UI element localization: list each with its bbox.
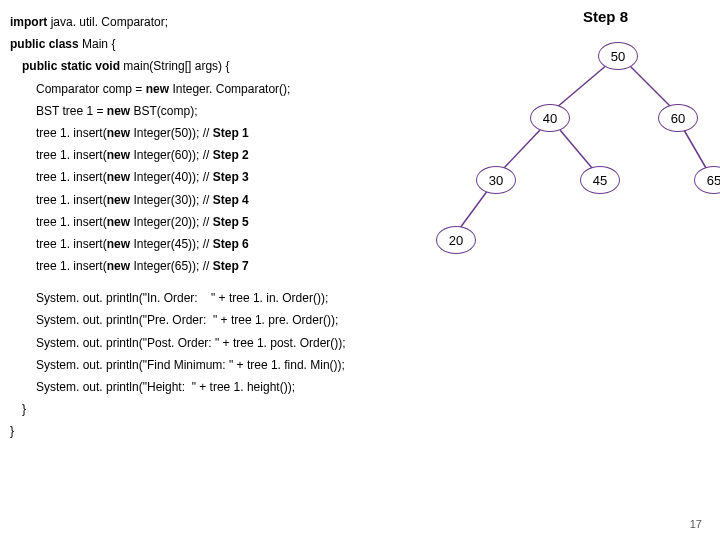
step-header: Step 8 xyxy=(583,8,628,25)
code-text: tree 1. insert( xyxy=(36,193,107,207)
comment: // Step 6 xyxy=(203,237,249,251)
keyword: new xyxy=(107,237,130,251)
code-line: System. out. println("Find Minimum: " + … xyxy=(36,357,710,373)
keyword: new xyxy=(107,170,130,184)
tree-node: 20 xyxy=(436,226,476,254)
code-text: tree 1. insert( xyxy=(36,215,107,229)
svg-line-1 xyxy=(628,64,672,108)
keyword: new xyxy=(107,259,130,273)
bst-diagram: 50 40 60 30 45 65 20 xyxy=(390,30,720,300)
code-text: main(String[] args) { xyxy=(120,59,229,73)
code-text: tree 1. insert( xyxy=(36,237,107,251)
code-text: tree 1. insert( xyxy=(36,148,107,162)
code-text: Integer(65)); xyxy=(130,259,203,273)
code-text: Integer(60)); xyxy=(130,148,203,162)
keyword: new xyxy=(107,215,130,229)
keyword: new xyxy=(107,126,130,140)
code-text: BST tree 1 = xyxy=(36,104,107,118)
code-text: tree 1. insert( xyxy=(36,259,107,273)
keyword: new xyxy=(107,104,130,118)
code-line: } xyxy=(22,401,710,417)
comment: // Step 1 xyxy=(203,126,249,140)
tree-node: 30 xyxy=(476,166,516,194)
comment: // Step 3 xyxy=(203,170,249,184)
tree-node: 60 xyxy=(658,104,698,132)
keyword: new xyxy=(146,82,169,96)
code-text: Integer. Comparator(); xyxy=(169,82,290,96)
tree-node: 50 xyxy=(598,42,638,70)
code-line: System. out. println("Height: " + tree 1… xyxy=(36,379,710,395)
step-label: Step xyxy=(583,8,616,25)
keyword: import xyxy=(10,15,47,29)
page-number: 17 xyxy=(690,518,702,530)
svg-line-3 xyxy=(560,130,592,168)
keyword: new xyxy=(107,193,130,207)
code-text: tree 1. insert( xyxy=(36,170,107,184)
code-line: System. out. println("Pre. Order: " + tr… xyxy=(36,312,710,328)
code-text: Integer(30)); xyxy=(130,193,203,207)
tree-node: 40 xyxy=(530,104,570,132)
comment: // Step 5 xyxy=(203,215,249,229)
code-text: Main { xyxy=(79,37,116,51)
tree-node: 45 xyxy=(580,166,620,194)
svg-line-4 xyxy=(684,130,706,168)
svg-line-0 xyxy=(556,64,608,108)
keyword: public class xyxy=(10,37,79,51)
comment: // Step 4 xyxy=(203,193,249,207)
svg-line-5 xyxy=(460,190,488,228)
code-text: Integer(45)); xyxy=(130,237,203,251)
code-text: java. util. Comparator; xyxy=(47,15,168,29)
code-text: Integer(50)); xyxy=(130,126,203,140)
code-text: BST(comp); xyxy=(130,104,197,118)
code-line: System. out. println("Post. Order: " + t… xyxy=(36,335,710,351)
keyword: new xyxy=(107,148,130,162)
code-line: } xyxy=(10,423,710,439)
code-text: Integer(20)); xyxy=(130,215,203,229)
step-number: 8 xyxy=(620,8,628,25)
comment: // Step 2 xyxy=(203,148,249,162)
comment: // Step 7 xyxy=(203,259,249,273)
svg-line-2 xyxy=(504,130,540,168)
code-text: Integer(40)); xyxy=(130,170,203,184)
code-text: tree 1. insert( xyxy=(36,126,107,140)
tree-edges xyxy=(390,30,720,300)
keyword: public static void xyxy=(22,59,120,73)
code-text: Comparator comp = xyxy=(36,82,146,96)
